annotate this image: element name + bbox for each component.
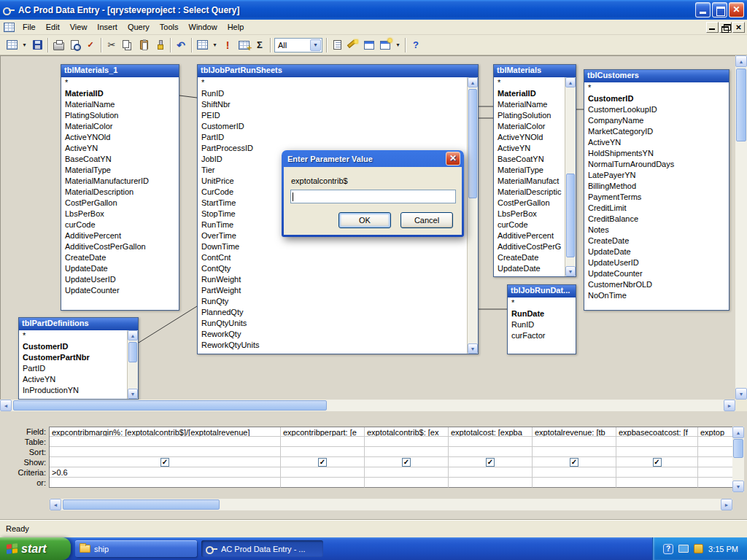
table-window-titlebar[interactable]: tblCustomers bbox=[584, 70, 729, 82]
field-item[interactable]: CreateDate bbox=[61, 252, 179, 263]
table-window-titlebar[interactable]: tblMaterials_1 bbox=[61, 65, 179, 77]
field-item[interactable]: CustomerLookupID bbox=[584, 104, 729, 115]
field-item[interactable]: RunDate bbox=[508, 308, 576, 319]
child-minimize-icon[interactable] bbox=[706, 22, 719, 33]
field-item[interactable]: RunID bbox=[508, 319, 576, 330]
grid-cell-criteria-col6[interactable] bbox=[616, 467, 698, 478]
field-item[interactable]: PaymentTerms bbox=[584, 192, 729, 203]
field-item[interactable]: ReworkQty bbox=[198, 329, 467, 340]
field-item[interactable]: CostPerGallon bbox=[61, 198, 179, 209]
field-item[interactable]: ContCnt bbox=[198, 252, 467, 263]
scrollbar-thumb[interactable] bbox=[468, 89, 477, 198]
print-preview-button[interactable] bbox=[66, 37, 82, 53]
parameter-input[interactable] bbox=[290, 190, 456, 203]
scroll-down-icon[interactable] bbox=[128, 389, 138, 399]
field-item[interactable]: LbsPerBox bbox=[61, 209, 179, 219]
field-item[interactable]: InProductionYN bbox=[19, 385, 127, 396]
show-checkbox[interactable] bbox=[653, 458, 662, 467]
top-values-combo[interactable]: All▾ bbox=[274, 38, 322, 52]
menu-item-tools[interactable]: Tools bbox=[155, 21, 184, 33]
field-item[interactable]: PlatingSolution bbox=[61, 110, 179, 121]
child-restore-icon[interactable] bbox=[719, 22, 732, 33]
field-item[interactable]: MaterialType bbox=[494, 165, 565, 176]
scroll-down-icon[interactable] bbox=[732, 481, 744, 492]
field-item[interactable]: RunID bbox=[198, 88, 467, 99]
maximize-icon[interactable] bbox=[712, 2, 727, 18]
copy-button[interactable] bbox=[120, 37, 136, 53]
field-item[interactable]: BillingMethod bbox=[584, 181, 729, 192]
grid-cell-field-col5[interactable]: exptotalrevenue: [tb bbox=[533, 427, 616, 437]
grid-cell-table-col3[interactable] bbox=[365, 437, 449, 447]
field-item[interactable]: PlatingSolution bbox=[494, 110, 565, 121]
grid-cell-criteria-col3[interactable] bbox=[365, 467, 449, 478]
field-item[interactable]: * bbox=[584, 82, 729, 93]
grid-cell-field-col1[interactable]: expcontribmargin%: [exptotalcontrib$]/[e… bbox=[50, 427, 281, 437]
field-item[interactable]: AdditivePercent bbox=[494, 230, 565, 241]
field-item[interactable]: * bbox=[508, 298, 576, 308]
field-item[interactable]: HoldShipmentsYN bbox=[584, 148, 729, 159]
field-item[interactable]: ReworkQtyUnits bbox=[198, 340, 467, 351]
messenger-icon[interactable] bbox=[663, 544, 673, 554]
design-view-button[interactable] bbox=[4, 37, 20, 53]
field-item[interactable]: MaterialName bbox=[61, 99, 179, 110]
field-item[interactable]: * bbox=[494, 77, 565, 88]
grid-cell-sort-col3[interactable] bbox=[365, 447, 449, 457]
field-item[interactable]: Notes bbox=[584, 225, 729, 236]
grid-cell-criteria-col4[interactable] bbox=[449, 467, 533, 478]
top-values-dropdown-icon[interactable]: ▾ bbox=[310, 39, 321, 51]
field-item[interactable]: RunQty bbox=[198, 296, 467, 307]
field-item[interactable]: MaterialManufact bbox=[494, 176, 565, 187]
grid-cell-field-col4[interactable]: exptotalcost: [expba bbox=[449, 427, 533, 437]
field-item[interactable]: MaterialID bbox=[61, 88, 179, 99]
field-item[interactable]: NormalTurnAroundDays bbox=[584, 159, 729, 170]
grid-cell-show-col3[interactable] bbox=[365, 457, 449, 467]
field-item[interactable]: PartID bbox=[198, 132, 467, 143]
scroll-left-icon[interactable] bbox=[50, 499, 61, 510]
scrollbar-track[interactable] bbox=[735, 67, 747, 388]
grid-cell-sort-col7[interactable] bbox=[698, 447, 732, 457]
scrollbar-track[interactable] bbox=[565, 88, 576, 266]
grid-cell-table-col6[interactable] bbox=[616, 437, 698, 447]
grid-cell-sort-col2[interactable] bbox=[281, 447, 365, 457]
totals-button[interactable]: Σ bbox=[252, 37, 268, 53]
show-checkbox[interactable] bbox=[402, 458, 411, 467]
field-item[interactable]: ActiveYN bbox=[61, 143, 179, 154]
dialog-close-icon[interactable] bbox=[446, 152, 460, 166]
scrollbar-thumb[interactable] bbox=[736, 69, 746, 141]
scrollbar-thumb[interactable] bbox=[128, 342, 137, 362]
field-item[interactable]: BaseCoatYN bbox=[61, 154, 179, 165]
close-icon[interactable] bbox=[729, 2, 744, 18]
grid-cell-sort-col4[interactable] bbox=[449, 447, 533, 457]
table-window-titlebar[interactable]: tblJobRunDat... bbox=[508, 285, 576, 298]
scrollbar-track[interactable] bbox=[468, 88, 478, 343]
menu-item-window[interactable]: Window bbox=[184, 21, 222, 33]
menu-item-insert[interactable]: Insert bbox=[92, 21, 123, 33]
table-window-titlebar[interactable]: tblJobPartRunSheets bbox=[198, 65, 478, 77]
field-item[interactable]: * bbox=[19, 330, 127, 341]
query-type-arrow-button[interactable]: ▾ bbox=[210, 37, 220, 53]
grid-cell-show-col1[interactable] bbox=[50, 457, 281, 467]
start-button[interactable]: start bbox=[0, 537, 71, 560]
grid-cell-field-col3[interactable]: exptotalcontrib$: [ex bbox=[365, 427, 449, 437]
child-close-icon[interactable] bbox=[732, 22, 745, 33]
field-item[interactable]: ContQty bbox=[198, 263, 467, 274]
scroll-down-icon[interactable] bbox=[468, 343, 478, 354]
grid-cell-show-col5[interactable] bbox=[533, 457, 616, 467]
menu-item-query[interactable]: Query bbox=[123, 21, 155, 33]
paste-button[interactable] bbox=[136, 37, 152, 53]
spelling-button[interactable]: ✓ bbox=[82, 37, 98, 53]
database-window-button[interactable] bbox=[361, 37, 377, 53]
field-list-scrollbar[interactable] bbox=[467, 77, 478, 354]
field-item[interactable]: MaterialDescription bbox=[61, 187, 179, 198]
show-checkbox[interactable] bbox=[486, 458, 495, 467]
field-item[interactable]: AdditiveCostPerGallon bbox=[61, 241, 179, 252]
scroll-down-icon[interactable] bbox=[565, 266, 576, 276]
field-item[interactable]: PEID bbox=[198, 110, 467, 121]
grid-cell-field-col2[interactable]: expcontribperpart: [e bbox=[281, 427, 365, 437]
cancel-button[interactable]: Cancel bbox=[400, 212, 453, 228]
field-item[interactable]: MaterialType bbox=[61, 165, 179, 176]
grid-cell-field-col6[interactable]: expbasecoatcost: [f bbox=[616, 427, 698, 437]
new-object-arrow-button[interactable]: ▾ bbox=[393, 37, 403, 53]
grid-cell-or-col2[interactable] bbox=[281, 478, 365, 488]
pane-horizontal-scrollbar[interactable] bbox=[0, 400, 735, 411]
